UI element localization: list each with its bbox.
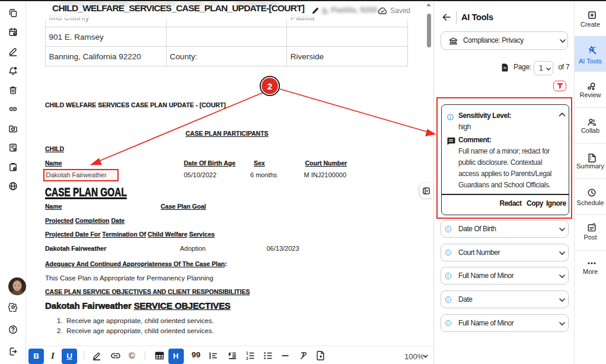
svg-text:2: 2 bbox=[246, 356, 248, 360]
svg-text:1: 1 bbox=[246, 351, 248, 355]
